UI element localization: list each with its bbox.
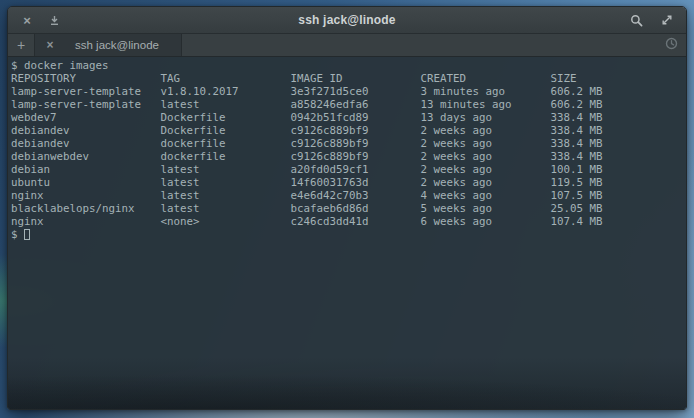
search-button[interactable] <box>627 11 645 29</box>
tab-label: ssh jack@linode <box>61 39 173 51</box>
search-icon <box>630 14 643 27</box>
terminal-output: $ docker images REPOSITORY TAG IMAGE ID … <box>11 59 686 241</box>
minimize-icon <box>49 15 60 26</box>
maximize-icon <box>661 14 673 26</box>
close-window-button[interactable]: × <box>18 11 36 29</box>
terminal-cursor <box>24 229 30 240</box>
tab-bar-spacer <box>182 34 656 56</box>
tab-close-button[interactable]: × <box>43 39 57 51</box>
titlebar[interactable]: × ssh jack@linode <box>8 7 686 34</box>
window-controls-right <box>627 11 676 29</box>
tab-ssh-session[interactable]: × ssh jack@linode <box>34 34 182 56</box>
minimize-button[interactable] <box>45 11 63 29</box>
tab-bar: + × ssh jack@linode <box>8 34 686 57</box>
window-controls-left: × <box>18 11 63 29</box>
new-tab-button[interactable]: + <box>8 34 34 56</box>
window-title: ssh jack@linode <box>8 13 686 27</box>
maximize-button[interactable] <box>658 11 676 29</box>
terminal-window: × ssh jack@linode <box>7 6 687 410</box>
clock-history-icon <box>665 37 678 53</box>
close-icon: × <box>23 14 31 27</box>
history-button[interactable] <box>656 34 686 56</box>
terminal-pane[interactable]: $ docker images REPOSITORY TAG IMAGE ID … <box>8 57 686 409</box>
